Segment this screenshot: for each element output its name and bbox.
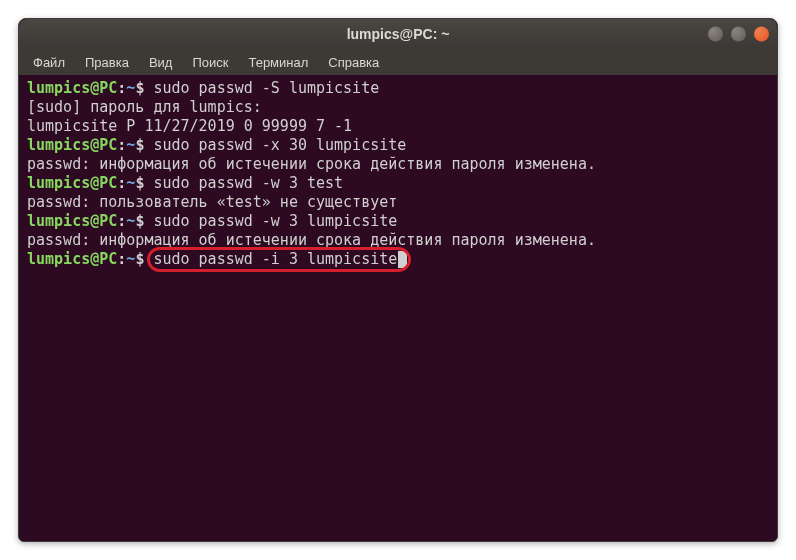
highlighted-command: sudo passwd -i 3 lumpicsite [153, 250, 397, 269]
prompt-colon: : [117, 250, 126, 268]
window-title: lumpics@PC: ~ [347, 26, 450, 42]
prompt-colon: : [117, 79, 126, 97]
prompt-colon: : [117, 174, 126, 192]
terminal-output: lumpicsite P 11/27/2019 0 99999 7 -1 [27, 117, 769, 136]
prompt-user: lumpics@PC [27, 174, 117, 192]
terminal-line: lumpics@PC:~$ sudo passwd -S lumpicsite [27, 79, 769, 98]
prompt-colon: : [117, 212, 126, 230]
prompt-colon: : [117, 136, 126, 154]
prompt-user: lumpics@PC [27, 136, 117, 154]
menu-edit[interactable]: Правка [77, 52, 137, 73]
command-text: sudo passwd -w 3 test [153, 174, 343, 192]
terminal-output: [sudo] пароль для lumpics: [27, 98, 769, 117]
terminal-line: lumpics@PC:~$ sudo passwd -w 3 lumpicsit… [27, 212, 769, 231]
menu-file[interactable]: Файл [25, 52, 73, 73]
prompt-user: lumpics@PC [27, 79, 117, 97]
command-text: sudo passwd -x 30 lumpicsite [153, 136, 406, 154]
command-text: sudo passwd -w 3 lumpicsite [153, 212, 397, 230]
cursor-icon [398, 251, 407, 268]
prompt-user: lumpics@PC [27, 212, 117, 230]
command-text: sudo passwd -S lumpicsite [153, 79, 379, 97]
menu-terminal[interactable]: Терминал [240, 52, 316, 73]
terminal-line: lumpics@PC:~$ sudo passwd -i 3 lumpicsit… [27, 250, 769, 269]
terminal-output: passwd: информация об истечении срока де… [27, 231, 769, 250]
terminal-body[interactable]: lumpics@PC:~$ sudo passwd -S lumpicsite … [19, 75, 777, 541]
minimize-button[interactable] [708, 27, 723, 42]
menu-view[interactable]: Вид [141, 52, 181, 73]
command-text: sudo passwd -i 3 lumpicsite [153, 250, 397, 268]
prompt-symbol: $ [135, 174, 144, 192]
prompt-symbol: $ [135, 136, 144, 154]
titlebar[interactable]: lumpics@PC: ~ [19, 19, 777, 49]
prompt-symbol: $ [135, 212, 144, 230]
terminal-output: passwd: информация об истечении срока де… [27, 155, 769, 174]
terminal-line: lumpics@PC:~$ sudo passwd -w 3 test [27, 174, 769, 193]
maximize-button[interactable] [731, 27, 746, 42]
close-button[interactable] [754, 27, 769, 42]
menu-search[interactable]: Поиск [184, 52, 236, 73]
prompt-symbol: $ [135, 250, 144, 268]
terminal-window: lumpics@PC: ~ Файл Правка Вид Поиск Терм… [18, 18, 778, 542]
terminal-output: passwd: пользователь «test» не существуе… [27, 193, 769, 212]
terminal-line: lumpics@PC:~$ sudo passwd -x 30 lumpicsi… [27, 136, 769, 155]
menubar: Файл Правка Вид Поиск Терминал Справка [19, 49, 777, 75]
prompt-symbol: $ [135, 79, 144, 97]
window-controls [708, 27, 769, 42]
prompt-user: lumpics@PC [27, 250, 117, 268]
menu-help[interactable]: Справка [320, 52, 387, 73]
